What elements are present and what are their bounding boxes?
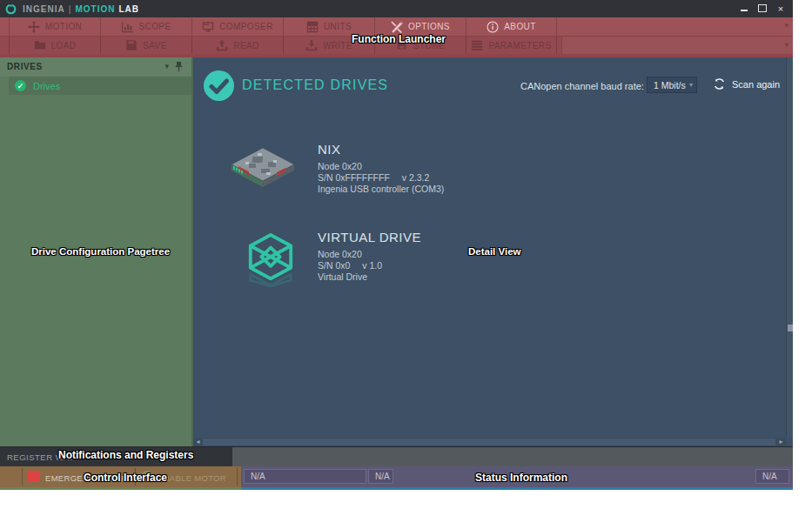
maximize-button[interactable]	[757, 0, 768, 17]
scroll-right-arrow-icon[interactable]: ▸	[776, 438, 786, 446]
action-label: WRITE	[323, 41, 352, 50]
status-field-2: N/A	[368, 469, 393, 484]
tabs-overflow-chevron-icon[interactable]: ▾	[784, 21, 789, 30]
window-title: INGENIA|MOTIONLAB	[23, 4, 139, 14]
toolbar-empty-pane	[561, 37, 793, 54]
panel-title: DRIVES	[7, 62, 43, 71]
drive-list-item-virtual-drive[interactable]: VIRTUAL DRIVE Node 0x20 S/N 0x0v 1.0 Vir…	[193, 228, 750, 298]
status-field-3: N/A	[755, 469, 789, 484]
close-button[interactable]: ×	[775, 0, 786, 17]
tab-label: COMPOSER	[219, 22, 273, 31]
action-read[interactable]: READ	[191, 37, 283, 54]
detected-drives-check-icon	[204, 70, 234, 101]
product-suffix-text: LAB	[115, 4, 139, 14]
brand-text: INGENIA	[23, 4, 65, 14]
tab-motion[interactable]: MOTION	[9, 17, 100, 36]
action-load[interactable]: LOAD	[9, 37, 100, 54]
action-parameters[interactable]: PARAMETERS	[466, 37, 557, 54]
product-text: MOTION	[75, 4, 115, 14]
tab-label: UNITS	[324, 22, 352, 31]
drive-serial: S/N 0x0	[318, 260, 350, 271]
motion-move-icon	[28, 21, 40, 33]
drive-name: NIX	[318, 142, 341, 157]
pin-icon[interactable]	[174, 61, 184, 72]
drive-serial-version: S/N 0x0v 1.0	[318, 260, 382, 271]
sidebar-item-label: Drives	[33, 81, 60, 91]
drive-version: v 2.3.2	[402, 172, 430, 183]
refresh-icon	[713, 77, 726, 90]
annotation-detail-view: Detail View	[468, 246, 521, 257]
check-circle-icon: ✓	[15, 80, 26, 91]
scan-again-button[interactable]: Scan again	[713, 77, 780, 90]
baud-rate-value: 1 Mbit/s	[648, 80, 689, 90]
baud-rate-label: CANopen channel baud rate:	[520, 81, 644, 91]
tab-composer[interactable]: COMPOSER	[191, 17, 283, 36]
annotation-drive-configuration-pagetree: Drive Configuration Pagetree	[31, 246, 170, 257]
action-label: PARAMETERS	[488, 41, 551, 50]
composer-monitor-icon	[202, 21, 214, 33]
tab-about[interactable]: ABOUT	[466, 17, 557, 36]
drive-name: VIRTUAL DRIVE	[318, 230, 421, 244]
action-label: LOAD	[51, 41, 77, 50]
annotation-notifications-and-registers: Notifications and Registers	[58, 449, 193, 461]
collapse-caret-icon[interactable]: ▾	[164, 62, 169, 70]
drive-list-item-nix[interactable]: NIX Node 0x20 S/N 0xFFFFFFFFv 2.3.2 Inge…	[193, 140, 750, 210]
baud-rate-select[interactable]: 1 Mbit/s ▾	[647, 77, 697, 93]
horizontal-scrollbar[interactable]: ◂ ▸	[193, 438, 786, 446]
horizontal-scrollbar-thumb[interactable]	[203, 439, 775, 445]
about-info-icon	[487, 21, 499, 33]
motion-lab-window: INGENIA|MOTIONLAB × MOTION SCOPE CO	[0, 0, 793, 490]
tab-label: SCOPE	[138, 22, 171, 31]
title-bar: INGENIA|MOTIONLAB ×	[0, 0, 793, 17]
ingenia-power-logo-icon	[5, 3, 17, 15]
drive-serial-version: S/N 0xFFFFFFFFv 2.3.2	[318, 172, 429, 183]
window-bottom-border-left	[0, 487, 241, 490]
units-grid-icon	[306, 21, 319, 33]
scroll-left-arrow-icon[interactable]: ◂	[193, 438, 203, 446]
minimize-button[interactable]	[739, 0, 749, 17]
tab-label: MOTION	[45, 22, 82, 31]
window-bottom-border-right	[241, 487, 793, 490]
scope-chart-icon	[121, 21, 133, 33]
vertical-scrollbar[interactable]	[786, 57, 793, 438]
nix-board-photo	[228, 144, 298, 198]
parameters-list-icon	[471, 39, 483, 51]
annotation-status-information: Status Information	[475, 472, 567, 484]
window-controls: ×	[739, 0, 786, 17]
virtual-drive-cube-icon	[245, 231, 296, 289]
annotation-function-launcher: Function Launcher	[352, 33, 446, 45]
scan-again-label: Scan again	[732, 79, 780, 90]
drive-connection: Virtual Drive	[318, 271, 367, 282]
load-folder-icon	[34, 39, 46, 51]
detected-drives-title: DETECTED DRIVES	[242, 77, 388, 93]
drive-connection: Ingenia USB controller (COM3)	[318, 184, 444, 194]
title-separator: |	[65, 4, 76, 14]
read-upload-icon	[216, 39, 228, 51]
write-download-icon	[305, 39, 318, 51]
enable-motor-button[interactable]: ENABLE MOTOR	[158, 473, 226, 483]
tab-label: ABOUT	[504, 22, 535, 31]
drive-node: Node 0x20	[318, 161, 362, 171]
drive-version: v 1.0	[362, 260, 382, 271]
action-label: READ	[233, 41, 258, 50]
status-field-1: N/A	[244, 469, 366, 484]
annotation-control-interface: Control Interface	[84, 472, 167, 484]
action-label: SAVE	[143, 41, 167, 50]
tab-scope[interactable]: SCOPE	[100, 17, 191, 36]
options-wrench-icon	[391, 21, 403, 33]
drive-node: Node 0x20	[318, 249, 362, 259]
pagetree-panel-header: DRIVES ▾	[0, 57, 191, 77]
emergency-stop-icon	[28, 471, 39, 482]
chevron-down-icon: ▾	[689, 81, 696, 89]
vertical-scrollbar-thumb[interactable]	[788, 325, 793, 332]
action-save[interactable]: SAVE	[100, 37, 191, 54]
actions-overflow-chevron-icon[interactable]: ▾	[784, 40, 789, 49]
tab-label: OPTIONS	[408, 22, 450, 31]
drive-serial: S/N 0xFFFFFFFF	[318, 172, 390, 183]
save-floppy-icon	[125, 39, 138, 51]
sidebar-item-drives[interactable]: ✓ Drives	[9, 77, 191, 95]
